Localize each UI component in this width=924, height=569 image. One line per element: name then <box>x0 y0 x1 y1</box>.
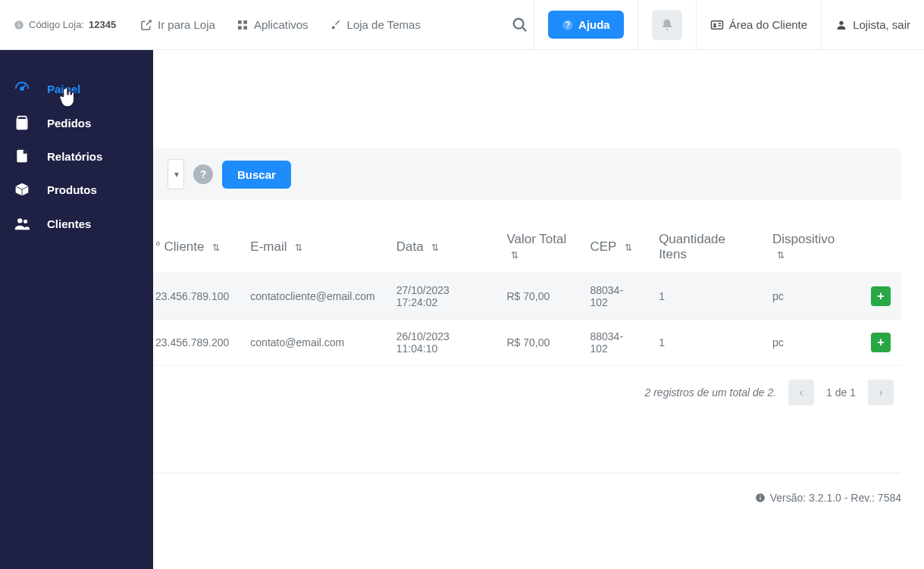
store-code-value: 12345 <box>89 19 116 30</box>
table-row: 23.456.789.200 contato@email.com 26/10/2… <box>23 320 901 366</box>
col-data[interactable]: Data ⇅ <box>386 221 496 274</box>
sidebar-item-label: Pedidos <box>47 117 91 130</box>
bell-icon <box>660 18 674 32</box>
store-code-area: Código Loja: 12345 <box>0 19 125 30</box>
filter-select[interactable] <box>168 159 184 189</box>
question-circle-icon <box>562 19 574 31</box>
header-links: Ir para Loja Aplicativos Loja de Temas <box>125 18 506 31</box>
table-row: 23.456.789.100 contatocliente@email.com … <box>23 274 901 320</box>
link-logout[interactable]: Lojista, sair <box>821 0 924 50</box>
gauge-icon <box>14 80 30 97</box>
sidebar-item-label: Clientes <box>47 217 91 230</box>
info-icon <box>14 20 24 30</box>
cell-email: contatocliente@email.com <box>240 274 385 320</box>
footer-right: Versão: 3.2.1.0 - Rev.: 7584 <box>755 492 901 504</box>
help-button[interactable]: Ajuda <box>548 11 624 39</box>
chevron-right-icon: › <box>879 386 883 399</box>
col-valor-total[interactable]: Valor Total ⇅ <box>496 221 579 274</box>
search-button[interactable]: Buscar <box>222 161 291 189</box>
next-page-button[interactable]: › <box>868 380 894 405</box>
sidebar-item-clientes[interactable]: Clientes <box>0 206 153 241</box>
footer-version: Versão: 3.2.1.0 - Rev.: 7584 <box>770 492 901 504</box>
link-themes[interactable]: Loja de Temas <box>330 18 421 31</box>
svg-rect-22 <box>760 496 760 496</box>
svg-rect-3 <box>238 20 242 24</box>
link-client-area[interactable]: Área do Cliente <box>696 0 821 50</box>
sidebar-item-relatorios[interactable]: Relatórios <box>0 139 153 173</box>
svg-point-7 <box>514 18 524 28</box>
svg-rect-2 <box>18 22 19 23</box>
cell-data: 26/10/2023 11:04:10 <box>386 320 496 366</box>
cell-qtd: 1 <box>648 274 762 320</box>
footer: de Versão: 3.2.1.0 - Rev.: 7584 <box>23 473 901 504</box>
header-help-area: Ajuda <box>534 0 637 50</box>
box-icon <box>14 182 30 197</box>
sidebar-item-produtos[interactable]: Produtos <box>0 173 153 206</box>
pagination: 2 registros de um total de 2. ‹ 1 de 1 › <box>23 366 901 411</box>
col-expand <box>860 221 901 274</box>
sort-icon: ⇅ <box>777 250 785 261</box>
filter-help-icon[interactable]: ? <box>193 164 213 184</box>
svg-point-19 <box>23 220 27 224</box>
cell-dispositivo: pc <box>762 274 860 320</box>
cell-email: contato@email.com <box>240 320 385 366</box>
cell-valor: R$ 70,00 <box>496 320 579 366</box>
sidebar-item-label: Produtos <box>47 183 97 196</box>
chevron-left-icon: ‹ <box>800 386 803 399</box>
file-icon <box>14 149 30 164</box>
cell-data: 27/10/2023 17:24:02 <box>386 274 496 320</box>
help-icon-label: ? <box>200 168 207 180</box>
col-email[interactable]: E-mail ⇅ <box>240 221 385 274</box>
sort-icon: ⇅ <box>212 242 220 253</box>
link-goto-store-label: Ir para Loja <box>158 18 215 31</box>
col-dispositivo[interactable]: Dispositivo⇅ <box>762 221 860 274</box>
col-qtd[interactable]: Quantidade Itens <box>648 221 762 274</box>
store-code-label: Código Loja: <box>29 19 84 30</box>
expand-row-button[interactable]: + <box>871 286 891 306</box>
svg-rect-4 <box>243 20 247 24</box>
svg-point-15 <box>839 20 843 24</box>
info-icon <box>755 492 766 503</box>
sidebar: Painel Pedidos Relatórios Produtos Clien… <box>0 50 153 569</box>
link-client-area-label: Área do Cliente <box>729 18 807 31</box>
help-button-label: Ajuda <box>578 18 610 31</box>
id-card-icon <box>710 18 724 32</box>
pagination-info: 2 registros de um total de 2. <box>645 386 777 399</box>
link-themes-label: Loja de Temas <box>347 18 421 31</box>
grid-icon <box>236 19 249 31</box>
link-goto-store[interactable]: Ir para Loja <box>140 18 215 31</box>
link-apps-label: Aplicativos <box>254 18 309 31</box>
svg-point-10 <box>567 27 568 28</box>
user-icon <box>835 19 847 31</box>
prev-page-button[interactable]: ‹ <box>788 380 814 405</box>
bag-icon <box>14 115 30 130</box>
sidebar-item-painel[interactable]: Painel <box>0 71 153 106</box>
results-table: ° Cliente ⇅ E-mail ⇅ Data ⇅ Valor Total … <box>23 221 901 411</box>
header: Código Loja: 12345 Ir para Loja Aplicati… <box>0 0 924 50</box>
link-logout-label: Lojista, sair <box>853 18 910 31</box>
sidebar-item-label: Painel <box>47 83 80 95</box>
cell-dispositivo: pc <box>762 320 860 366</box>
cell-cep: 88034-102 <box>579 320 648 366</box>
sort-icon: ⇅ <box>625 242 632 253</box>
search-icon <box>512 17 528 33</box>
svg-rect-6 <box>243 26 247 30</box>
link-apps[interactable]: Aplicativos <box>236 18 309 31</box>
sort-icon: ⇅ <box>431 242 439 253</box>
sidebar-item-pedidos[interactable]: Pedidos <box>0 106 153 139</box>
svg-rect-1 <box>18 23 19 27</box>
expand-row-button[interactable]: + <box>871 333 891 352</box>
search-button-label: Buscar <box>237 168 276 181</box>
header-search[interactable] <box>506 0 534 50</box>
cell-valor: R$ 70,00 <box>496 274 579 320</box>
col-cep[interactable]: CEP ⇅ <box>579 221 648 274</box>
svg-point-12 <box>713 23 716 25</box>
svg-line-8 <box>523 27 527 31</box>
cell-qtd: 1 <box>648 320 762 366</box>
people-icon <box>14 215 30 232</box>
filter-bar: ? Buscar <box>23 149 901 200</box>
svg-rect-21 <box>760 497 760 500</box>
sort-icon: ⇅ <box>295 242 302 253</box>
header-notifications[interactable] <box>637 0 696 50</box>
cell-cep: 88034-102 <box>579 274 648 320</box>
